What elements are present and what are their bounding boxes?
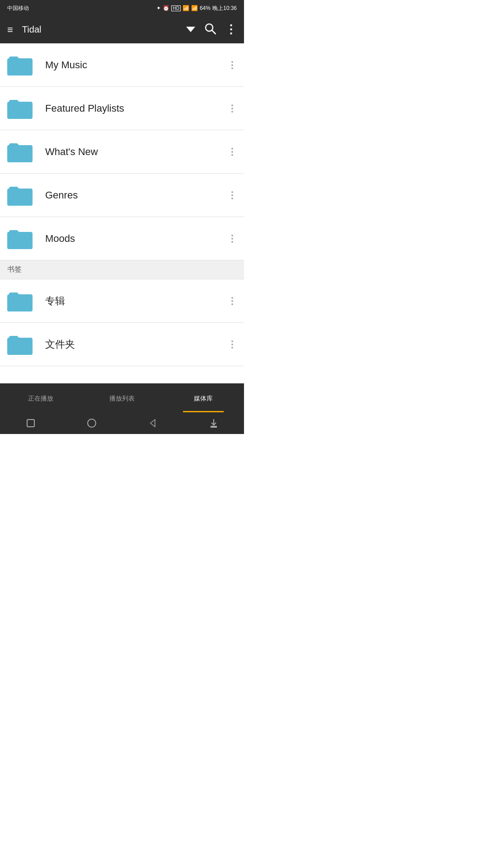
bottom-nav: 正在播放 播放列表 媒体库	[0, 383, 244, 412]
svg-point-4	[88, 419, 96, 427]
list-container: My Music Featured Playlists	[0, 43, 244, 383]
battery-text: 64%	[200, 5, 211, 11]
item-label-genres: Genres	[45, 189, 228, 201]
svg-line-2	[212, 30, 216, 34]
list-item-file-folders[interactable]: 文件夹	[0, 323, 244, 366]
item-label-moods: Moods	[45, 233, 228, 245]
nav-playlist-label: 播放列表	[109, 395, 135, 403]
list-item-moods[interactable]: Moods	[0, 217, 244, 260]
system-nav-home[interactable]	[84, 416, 99, 430]
time-text: 晚上10:36	[212, 5, 237, 12]
bluetooth-icon: ✦	[156, 5, 161, 11]
svg-marker-5	[150, 420, 155, 427]
more-button-albums[interactable]	[228, 293, 237, 309]
nav-library[interactable]: 媒体库	[163, 383, 244, 412]
status-bar: 中国移动 ✦ ⏰ HD 📶 📶 64% 晚上10:36	[0, 0, 244, 16]
svg-marker-0	[186, 27, 195, 32]
carrier-text: 中国移动	[7, 5, 29, 12]
folder-icon-my-music	[7, 54, 33, 76]
list-item-albums[interactable]: 专辑	[0, 279, 244, 323]
item-label-file-folders: 文件夹	[45, 338, 228, 351]
item-label-whats-new: What's New	[45, 146, 228, 158]
menu-button[interactable]: ≡	[7, 25, 13, 35]
more-button-file-folders[interactable]	[228, 337, 237, 352]
folder-icon-genres	[7, 184, 33, 207]
item-label-featured-playlists: Featured Playlists	[45, 103, 228, 114]
app-title: Tidal	[22, 24, 186, 35]
list-item-my-music[interactable]: My Music	[0, 43, 244, 87]
system-nav-back[interactable]	[145, 416, 160, 430]
folder-icon-whats-new	[7, 141, 33, 163]
section-header-bookmarks: 书签	[0, 260, 244, 279]
system-nav-square[interactable]	[23, 416, 38, 430]
list-item-whats-new[interactable]: What's New	[0, 130, 244, 174]
wifi-icon: 📶	[183, 5, 189, 11]
system-nav	[0, 412, 244, 434]
dropdown-button[interactable]	[186, 26, 195, 34]
item-label-my-music: My Music	[45, 59, 228, 71]
more-button-my-music[interactable]	[228, 57, 237, 73]
search-button[interactable]	[204, 23, 216, 37]
item-label-albums: 专辑	[45, 294, 228, 308]
folder-icon-file-folders	[7, 333, 33, 356]
alarm-icon: ⏰	[163, 5, 169, 11]
more-button-whats-new[interactable]	[228, 144, 237, 160]
nav-now-playing[interactable]: 正在播放	[0, 383, 81, 412]
section-header-label: 书签	[7, 265, 22, 273]
nav-playlist[interactable]: 播放列表	[81, 383, 163, 412]
svg-rect-3	[27, 420, 34, 427]
app-bar-icons: ⋮	[204, 23, 237, 37]
nav-now-playing-label: 正在播放	[28, 395, 53, 403]
more-button-featured-playlists[interactable]	[228, 101, 237, 116]
app-bar: ≡ Tidal ⋮	[0, 16, 244, 43]
list-item-featured-playlists[interactable]: Featured Playlists	[0, 87, 244, 130]
more-button-moods[interactable]	[228, 231, 237, 246]
status-icons: ✦ ⏰ HD 📶 📶 64% 晚上10:36	[156, 5, 237, 12]
system-nav-download[interactable]	[206, 416, 221, 430]
more-options-button[interactable]: ⋮	[225, 23, 237, 37]
signal-icon: 📶	[191, 5, 198, 11]
nav-library-label: 媒体库	[194, 395, 213, 403]
folder-icon-featured-playlists	[7, 97, 33, 120]
more-button-genres[interactable]	[228, 188, 237, 203]
list-item-genres[interactable]: Genres	[0, 174, 244, 217]
hd-badge: HD	[171, 5, 180, 11]
folder-icon-moods	[7, 227, 33, 250]
folder-icon-albums	[7, 290, 33, 312]
